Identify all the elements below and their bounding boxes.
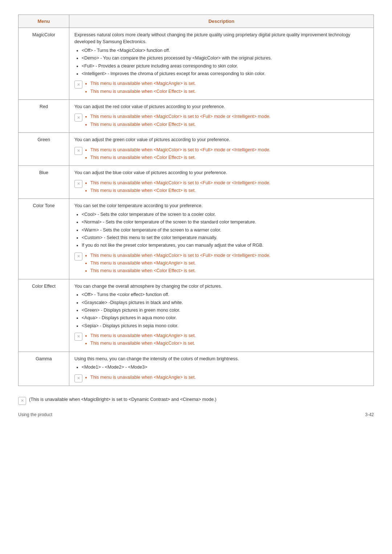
desc-bullet-item: <Green> - Displays pictures in green mon… <box>82 307 368 314</box>
menu-cell-2: Green <box>19 133 69 166</box>
desc-cell-4: You can set the color temperature accord… <box>69 199 374 279</box>
desc-bullet-item: <Full> - Provides a clearer picture incl… <box>82 63 368 70</box>
desc-bullet-item: <Sepia> - Displays pictures in sepia mon… <box>82 323 368 329</box>
note-icon-4 <box>74 253 82 260</box>
main-table: Menu Description MagicColorExpresses nat… <box>18 15 374 386</box>
note-icon-6 <box>74 374 82 382</box>
note-icon-2 <box>74 147 82 155</box>
note-block-3: This menu is unavailable when <MagicColo… <box>74 180 368 195</box>
desc-bullet-item: <Demo> - You can compare the pictures pr… <box>82 55 368 62</box>
note-list-3: This menu is unavailable when <MagicColo… <box>85 180 270 195</box>
note-item: This menu is unavailable when <Color Eff… <box>90 187 270 194</box>
note-icon-1 <box>74 114 82 122</box>
note-block-2: This menu is unavailable when <MagicColo… <box>74 147 368 162</box>
desc-bullets: <Off> - Turns the <MagicColor> function … <box>74 47 368 78</box>
note-item: This menu is unavailable when <Color Eff… <box>90 154 270 161</box>
note-list-4: This menu is unavailable when <MagicColo… <box>85 252 270 275</box>
note-block-6: This menu is unavailable when <MagicAngl… <box>74 374 368 382</box>
note-item: This menu is unavailable when <MagicAngl… <box>90 332 196 339</box>
desc-para: You can set the color temperature accord… <box>74 202 368 209</box>
desc-bullet-item: <Off> - Turns the <MagicColor> function … <box>82 47 368 54</box>
menu-cell-4: Color Tone <box>19 199 69 279</box>
desc-cell-1: You can adjust the red color value of pi… <box>69 100 374 133</box>
desc-bullet-item: If you do not like the preset color temp… <box>82 242 368 249</box>
note-block-5: This menu is unavailable when <MagicAngl… <box>74 332 368 348</box>
desc-para: You can adjust the red color value of pi… <box>74 103 368 110</box>
desc-para: You can adjust the blue color value of p… <box>74 169 368 176</box>
desc-cell-0: Expresses natural colors more clearly wi… <box>69 28 374 100</box>
desc-cell-5: You can change the overall atmosphere by… <box>69 279 374 352</box>
note-list-2: This menu is unavailable when <MagicColo… <box>85 147 270 162</box>
desc-bullet-item: <Warm> - Sets the color temperature of t… <box>82 227 368 234</box>
desc-bullets: <Mode1> - <Mode2> - <Mode3> <box>74 364 368 371</box>
desc-bullets: <Off> - Turns the <color effect> functio… <box>74 291 368 329</box>
note-item: This menu is unavailable when <MagicAngl… <box>90 374 196 381</box>
note-icon-3 <box>74 180 82 188</box>
note-item: This menu is unavailable when <MagicColo… <box>90 180 270 186</box>
note-item: This menu is unavailable when <Color Eff… <box>90 121 270 128</box>
note-list-1: This menu is unavailable when <MagicColo… <box>85 113 270 129</box>
note-block-1: This menu is unavailable when <MagicColo… <box>74 113 368 129</box>
note-item: This menu is unavailable when <MagicAngl… <box>90 260 270 267</box>
footer-note-icon <box>18 397 26 405</box>
menu-cell-5: Color Effect <box>19 279 69 352</box>
footer-right: 3-42 <box>365 412 374 417</box>
menu-cell-1: Red <box>19 100 69 133</box>
note-item: This menu is unavailable when <MagicColo… <box>90 147 270 153</box>
note-list-5: This menu is unavailable when <MagicAngl… <box>85 332 196 348</box>
desc-para: Expresses natural colors more clearly wi… <box>74 32 368 46</box>
note-item: This menu is unavailable when <MagicColo… <box>90 340 196 347</box>
desc-bullet-item: <Grayscale> -Displays pictures in black … <box>82 299 368 306</box>
desc-para: You can change the overall atmosphere by… <box>74 283 368 290</box>
desc-cell-6: Using this menu, you can change the inte… <box>69 352 374 386</box>
desc-bullet-item: <Mode1> - <Mode2> - <Mode3> <box>82 364 368 371</box>
note-icon-5 <box>74 333 82 341</box>
desc-bullets: <Cool> - Sets the color temperature of t… <box>74 211 368 249</box>
note-item: This menu is unavailable when <MagicColo… <box>90 252 270 259</box>
desc-para: Using this menu, you can change the inte… <box>74 356 368 362</box>
menu-cell-0: MagicColor <box>19 28 69 100</box>
footer-left: Using the product <box>18 412 52 417</box>
col-desc-header: Description <box>69 15 374 28</box>
note-list-0: This menu is unavailable when <MagicAngl… <box>85 80 196 96</box>
desc-bullet-item: <Custom> - Select this menu to set the c… <box>82 234 368 241</box>
note-list-6: This menu is unavailable when <MagicAngl… <box>85 374 196 382</box>
note-item: This menu is unavailable when <MagicColo… <box>90 113 270 120</box>
menu-cell-3: Blue <box>19 166 69 199</box>
desc-cell-3: You can adjust the blue color value of p… <box>69 166 374 199</box>
desc-bullet-item: <Aqua> - Displays pictures in aqua mono … <box>82 315 368 321</box>
note-item: This menu is unavailable when <MagicAngl… <box>90 80 196 87</box>
menu-cell-6: Gamma <box>19 352 69 386</box>
desc-bullet-item: <Normal> - Sets the color temperature of… <box>82 219 368 226</box>
desc-bullet-item: <Off> - Turns the <color effect> functio… <box>82 291 368 298</box>
desc-bullet-item: <Cool> - Sets the color temperature of t… <box>82 211 368 218</box>
note-icon-0 <box>74 81 82 89</box>
note-block-0: This menu is unavailable when <MagicAngl… <box>74 80 368 96</box>
note-block-4: This menu is unavailable when <MagicColo… <box>74 252 368 275</box>
page-footer: Using the product 3-42 <box>18 412 374 417</box>
desc-cell-2: You can adjust the green color value of … <box>69 133 374 166</box>
col-menu-header: Menu <box>19 15 69 28</box>
desc-bullet-item: <Intelligent> - Improves the chroma of p… <box>82 70 368 77</box>
note-item: This menu is unavailable when <Color Eff… <box>90 88 196 95</box>
footer-note-text: (This is unavailable when <MagicBright> … <box>29 397 216 402</box>
desc-para: You can adjust the green color value of … <box>74 136 368 143</box>
footer-note: (This is unavailable when <MagicBright> … <box>18 397 374 405</box>
note-item: This menu is unavailable when <Color Eff… <box>90 267 270 274</box>
